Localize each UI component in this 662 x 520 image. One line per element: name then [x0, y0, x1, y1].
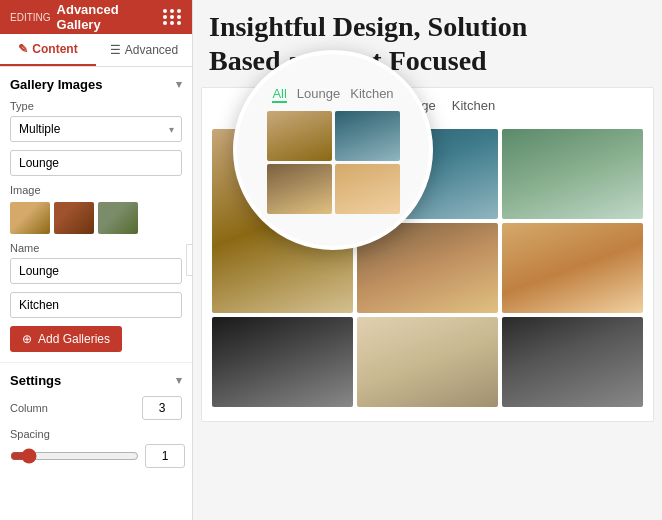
mag-cell-4: [335, 164, 400, 214]
mag-filter-tabs: All Lounge Kitchen: [272, 86, 393, 103]
chevron-down-icon: ▾: [176, 78, 182, 91]
mag-cell-1: [267, 111, 332, 161]
advanced-tab-icon: ☰: [110, 43, 121, 57]
gallery-images-label: Gallery Images: [10, 77, 103, 92]
gallery-images-section: Gallery Images ▾ Type Multiple Single Im…: [0, 67, 192, 362]
mag-mini-grid: [267, 111, 400, 214]
add-icon: ⊕: [22, 332, 32, 346]
magnifier-overlay: All Lounge Kitchen: [233, 50, 433, 250]
gallery-1-block: Image Name: [10, 150, 182, 284]
panel-header: EDITING Advanced Gallery: [0, 0, 192, 34]
tab-content[interactable]: ✎ Content: [0, 34, 96, 66]
spacing-input[interactable]: [145, 444, 185, 468]
spacing-label: Spacing: [10, 428, 182, 440]
edit-label: EDITING: [10, 12, 51, 23]
content-tab-icon: ✎: [18, 42, 28, 56]
settings-label: Settings: [10, 373, 61, 388]
page-title: Insightful Design, Solution Based a Clie…: [209, 10, 646, 77]
gallery-2-block: [10, 292, 182, 318]
right-panel: Insightful Design, Solution Based a Clie…: [193, 0, 662, 520]
add-galleries-button[interactable]: ⊕ Add Galleries: [10, 326, 122, 352]
thumb-lounge-3[interactable]: [98, 202, 138, 234]
thumb-lounge-2[interactable]: [54, 202, 94, 234]
page-title-line1: Insightful Design, Solution: [209, 11, 527, 42]
mag-tab-all[interactable]: All: [272, 86, 286, 103]
gallery-cell-3: [502, 129, 643, 219]
mag-tab-kitchen[interactable]: Kitchen: [350, 86, 393, 103]
page-title-area: Insightful Design, Solution Based a Clie…: [193, 0, 662, 87]
collapse-panel-button[interactable]: ❮: [186, 244, 193, 276]
gallery-images-header: Gallery Images ▾: [10, 77, 182, 92]
column-field: Column: [10, 396, 182, 420]
settings-chevron-icon: ▾: [176, 374, 182, 387]
filter-tab-kitchen[interactable]: Kitchen: [452, 98, 495, 119]
tab-advanced[interactable]: ☰ Advanced: [96, 34, 192, 66]
settings-header: Settings ▾: [10, 373, 182, 388]
type-select-wrapper: Multiple Single: [10, 116, 182, 142]
image-thumbs-lounge: [10, 202, 182, 234]
grid-icon[interactable]: [163, 9, 182, 25]
type-select[interactable]: Multiple Single: [10, 116, 182, 142]
content-tab-label: Content: [32, 42, 77, 56]
panel-header-left: EDITING Advanced Gallery: [10, 2, 163, 32]
add-galleries-label: Add Galleries: [38, 332, 110, 346]
column-label: Column: [10, 402, 48, 414]
gallery2-name-input[interactable]: [10, 292, 182, 318]
mag-cell-2: [335, 111, 400, 161]
thumb-lounge-1[interactable]: [10, 202, 50, 234]
mag-cell-3: [267, 164, 332, 214]
left-panel: EDITING Advanced Gallery ✎ Content ☰ Adv…: [0, 0, 193, 520]
column-input[interactable]: [142, 396, 182, 420]
gallery-cell-6: [212, 317, 353, 407]
gallery1-name-text-input[interactable]: [10, 258, 182, 284]
gallery1-name-input[interactable]: [10, 150, 182, 176]
settings-section: Settings ▾ Column Spacing: [0, 362, 192, 478]
panel-tabs: ✎ Content ☰ Advanced: [0, 34, 192, 67]
advanced-tab-label: Advanced: [125, 43, 178, 57]
gallery-cell-8: [502, 317, 643, 407]
type-label: Type: [10, 100, 182, 112]
mag-tab-lounge[interactable]: Lounge: [297, 86, 340, 103]
image-label: Image: [10, 184, 182, 196]
spacing-slider[interactable]: [10, 448, 139, 464]
app-title: Advanced Gallery: [57, 2, 163, 32]
gallery-cell-7: [357, 317, 498, 407]
spacing-row: [10, 444, 182, 468]
name-label: Name: [10, 242, 182, 254]
gallery-cell-5: [502, 223, 643, 313]
